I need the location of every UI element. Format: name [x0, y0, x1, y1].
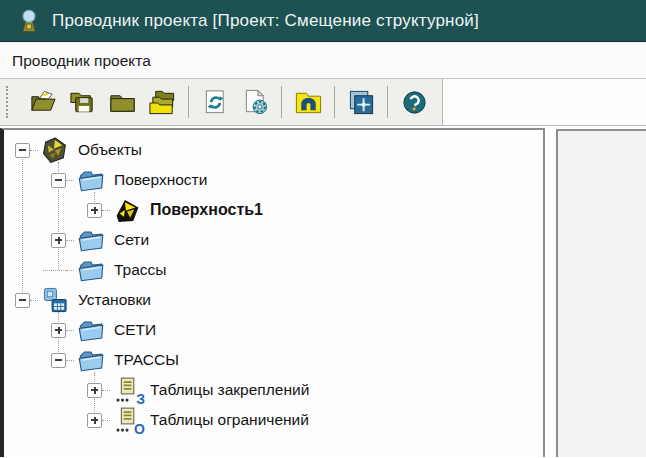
save-project-button[interactable] [64, 83, 100, 121]
expand-icon[interactable] [87, 203, 102, 218]
window-title: Проводник проекта [Проект: Смещение стру… [52, 11, 479, 31]
collapse-icon[interactable] [15, 293, 30, 308]
plan-view-icon [347, 88, 376, 117]
project-explorer-window: Проводник проекта [Проект: Смещение стру… [0, 0, 646, 458]
toolbar-separator [334, 86, 335, 118]
page-settings-icon [241, 88, 270, 117]
menu-bar: Проводник проекта [0, 42, 646, 79]
save-project-icon [68, 88, 97, 117]
help-icon [400, 88, 429, 117]
refresh-button[interactable] [197, 83, 233, 121]
toolbar-separator [387, 86, 388, 118]
toolbar-grip[interactable] [6, 86, 14, 118]
surface-icon [112, 197, 142, 224]
folders-stack-icon [148, 88, 177, 117]
project-tree: Объекты Поверхности Поверхность1 Сети [4, 130, 543, 435]
installations-icon [40, 287, 70, 314]
app-icon [16, 8, 42, 34]
help-button[interactable] [396, 83, 432, 121]
toolbar-separator [281, 86, 282, 118]
open-project-button[interactable] [24, 83, 60, 121]
toolbar [0, 79, 646, 126]
page-settings-button[interactable] [237, 83, 273, 121]
expand-icon[interactable] [87, 413, 102, 428]
toolbar-separator [188, 86, 189, 118]
folder-open-icon [76, 167, 106, 194]
tree-item-surfaces[interactable]: Поверхности [4, 165, 543, 195]
collapse-icon[interactable] [51, 173, 66, 188]
menu-project-explorer[interactable]: Проводник проекта [0, 43, 161, 78]
expand-icon[interactable] [51, 323, 66, 338]
folder-open-icon [76, 227, 106, 254]
tree-item-surface1[interactable]: Поверхность1 [4, 195, 543, 225]
collapse-icon[interactable] [51, 353, 66, 368]
folders-stack-button[interactable] [144, 83, 180, 121]
plan-view-button[interactable] [343, 83, 379, 121]
refresh-icon [201, 88, 230, 117]
fastening-table-icon: З [112, 377, 142, 404]
toolbar-empty-area [443, 79, 646, 125]
tree-item-objects[interactable]: Объекты [4, 135, 543, 165]
shared-folder-icon [294, 88, 323, 117]
folder-open-icon [76, 317, 106, 344]
tree-item-restriction-tables[interactable]: О Таблицы ограничений [4, 405, 543, 435]
tree-leaf-connector [51, 263, 66, 278]
objects-icon [40, 137, 70, 164]
expand-icon[interactable] [87, 383, 102, 398]
folder-button[interactable] [104, 83, 140, 121]
open-project-icon [28, 88, 57, 117]
tree-item-fastening-tables[interactable]: З Таблицы закреплений [4, 375, 543, 405]
folder-open-icon [76, 347, 106, 374]
tree-item-routes-settings[interactable]: ТРАССЫ [4, 345, 543, 375]
project-tree-panel: Объекты Поверхности Поверхность1 Сети [0, 128, 545, 457]
tree-item-installations[interactable]: Установки [4, 285, 543, 315]
collapse-icon[interactable] [15, 143, 30, 158]
title-bar: Проводник проекта [Проект: Смещение стру… [0, 0, 646, 42]
folder-open-icon [76, 257, 106, 284]
detail-panel [556, 129, 646, 457]
folder-icon [108, 88, 137, 117]
toolbar-icon-group [0, 79, 443, 125]
tree-item-routes[interactable]: Трассы [4, 255, 543, 285]
expand-icon[interactable] [51, 233, 66, 248]
tree-item-networks-settings[interactable]: СЕТИ [4, 315, 543, 345]
shared-folder-button[interactable] [290, 83, 326, 121]
tree-item-networks[interactable]: Сети [4, 225, 543, 255]
restriction-table-icon: О [112, 407, 142, 434]
main-area: Объекты Поверхности Поверхность1 Сети [0, 126, 646, 457]
